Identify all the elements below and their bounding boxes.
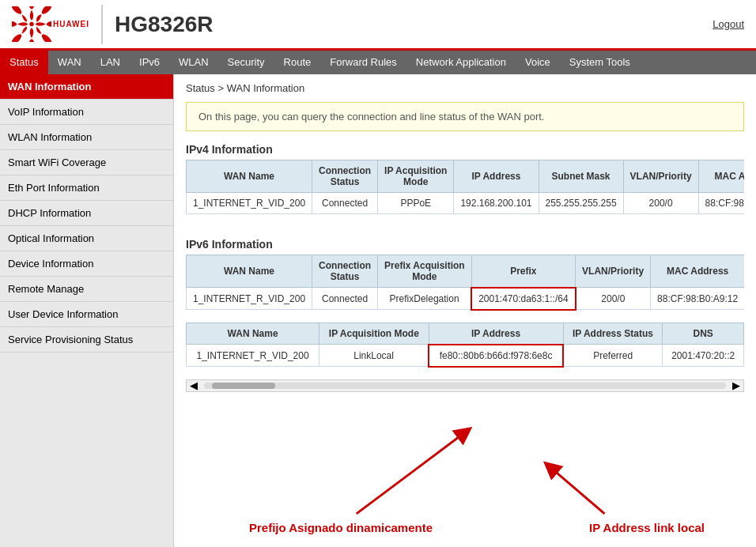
ipv4-cell-ip: 192.168.200.101 [454, 193, 539, 214]
ipv6-col2-dns: DNS [663, 323, 744, 345]
ipv6-section-title: IPv6 Information [186, 238, 744, 251]
ipv6-cell2-ip-status: Preferred [563, 345, 663, 367]
ipv6-col2-ip-mode: IP Acquisition Mode [319, 323, 429, 345]
svg-point-0 [28, 6, 34, 9]
ipv4-table-wrapper: WAN Name ConnectionStatus IP Acquisition… [186, 160, 744, 226]
ipv6-col1-conn-status: ConnectionStatus [312, 255, 378, 288]
scroll-left-arrow[interactable]: ◀ [187, 379, 201, 391]
scroll-right-arrow[interactable]: ▶ [729, 379, 743, 391]
ipv6-cell2-dns: 2001:470:20::2 [663, 345, 744, 367]
nav-item-system-tools[interactable]: System Tools [560, 51, 640, 74]
ipv6-col1-prefix: Prefix [471, 255, 575, 288]
ipv6-row1-1: 1_INTERNET_R_VID_200 Connected PrefixDel… [187, 288, 745, 310]
scrollbar-track [204, 383, 726, 389]
main-layout: WAN Information VoIP Information WLAN In… [0, 74, 756, 547]
sidebar-item-device-info[interactable]: Device Information [0, 251, 173, 277]
header: HUAWEI HG8326R Logout [0, 0, 756, 51]
ipv6-row2-1: 1_INTERNET_R_VID_200 LinkLocal fe80::80b… [187, 345, 744, 367]
svg-point-4 [28, 39, 34, 42]
nav-item-wlan[interactable]: WLAN [169, 51, 218, 74]
ipv6-col1-vlan: VLAN/Priority [576, 255, 651, 288]
nav-item-lan[interactable]: LAN [91, 51, 130, 74]
ipv6-col1-prefix-mode: Prefix AcquisitionMode [378, 255, 472, 288]
svg-line-10 [550, 467, 605, 514]
ipv4-row-1: 1_INTERNET_R_VID_200 Connected PPPoE 192… [187, 193, 745, 214]
ipv6-col2-wan-name: WAN Name [187, 323, 319, 345]
svg-point-8 [29, 22, 33, 26]
ipv6-cell2-ip-mode: LinkLocal [319, 345, 429, 367]
sidebar-item-eth-port[interactable]: Eth Port Information [0, 175, 173, 201]
ipv6-col2-ip-status: IP Address Status [563, 323, 663, 345]
ipv6-cell1-vlan: 200/0 [576, 288, 651, 310]
ipv4-cell-vlan: 200/0 [623, 193, 698, 214]
sidebar-item-user-device[interactable]: User Device Information [0, 302, 173, 327]
nav-bar: Status WAN LAN IPv6 WLAN Security Route … [0, 51, 756, 74]
svg-point-1 [40, 6, 51, 16]
ipv6-cell2-wan-name: 1_INTERNET_R_VID_200 [187, 345, 319, 367]
ipv6-col1-mac: MAC Address [651, 255, 744, 288]
nav-item-forward-rules[interactable]: Forward Rules [320, 51, 406, 74]
scrollbar-thumb [212, 383, 275, 389]
logout-area: Logout [713, 18, 756, 30]
sidebar-item-remote-manage[interactable]: Remote Manage [0, 277, 173, 302]
svg-line-9 [357, 432, 465, 513]
sidebar-item-dhcp-info[interactable]: DHCP Information [0, 201, 173, 226]
sidebar-item-service-prov[interactable]: Service Provisioning Status [0, 327, 173, 353]
annotation-container: Prefijo Asignado dinamicamente IP Addres… [186, 400, 744, 542]
logo-area: HUAWEI HG8326R [0, 5, 225, 44]
sidebar-item-voip-info[interactable]: VoIP Information [0, 100, 173, 125]
svg-point-7 [12, 6, 23, 16]
ipv4-col-conn-status: ConnectionStatus [312, 160, 378, 193]
ipv4-section-title: IPv4 Information [186, 143, 744, 156]
ipv4-col-wan-name: WAN Name [187, 160, 312, 193]
ipv6-cell1-status: Connected [312, 288, 378, 310]
svg-point-2 [47, 21, 51, 27]
nav-item-voice[interactable]: Voice [516, 51, 560, 74]
svg-point-6 [12, 21, 17, 27]
annotation-left-text: Prefijo Asignado dinamicamente [249, 521, 433, 534]
ipv4-cell-subnet: 255.255.255.255 [539, 193, 623, 214]
svg-point-5 [12, 32, 23, 42]
logo-divider [101, 5, 103, 44]
nav-item-wan[interactable]: WAN [48, 51, 91, 74]
ipv6-table1: WAN Name ConnectionStatus Prefix Acquisi… [186, 255, 744, 311]
sidebar-item-wan-info[interactable]: WAN Information [0, 74, 173, 100]
ipv4-cell-mode: PPPoE [378, 193, 454, 214]
ipv6-table2-wrapper: WAN Name IP Acquisition Mode IP Address … [186, 323, 744, 379]
ipv6-table1-wrapper: WAN Name ConnectionStatus Prefix Acquisi… [186, 255, 744, 323]
info-banner: On this page, you can query the connecti… [186, 102, 744, 131]
content-area: Status > WAN Information On this page, y… [174, 74, 756, 547]
sidebar-item-wlan-info[interactable]: WLAN Information [0, 125, 173, 150]
logout-button[interactable]: Logout [713, 18, 744, 30]
sidebar-item-optical-info[interactable]: Optical Information [0, 226, 173, 251]
ipv6-table2: WAN Name IP Acquisition Mode IP Address … [186, 323, 744, 368]
ipv4-cell-mac: 88:CF:98:B0:A9:12 [698, 193, 744, 214]
svg-point-3 [40, 32, 51, 42]
ipv4-col-subnet: Subnet Mask [539, 160, 623, 193]
sidebar: WAN Information VoIP Information WLAN In… [0, 74, 174, 547]
nav-item-network-app[interactable]: Network Application [406, 51, 516, 74]
ipv6-cell1-prefix-mode: PrefixDelegation [378, 288, 472, 310]
ipv6-col2-ip-addr: IP Address [429, 323, 563, 345]
ipv4-cell-wan-name: 1_INTERNET_R_VID_200 [187, 193, 312, 214]
ipv4-cell-status: Connected [312, 193, 378, 214]
ipv4-table: WAN Name ConnectionStatus IP Acquisition… [186, 160, 744, 214]
ipv4-col-vlan: VLAN/Priority [623, 160, 698, 193]
ipv6-cell1-mac: 88:CF:98:B0:A9:12 [651, 288, 744, 310]
ipv4-col-mac: MAC Address [698, 160, 744, 193]
nav-item-security[interactable]: Security [218, 51, 274, 74]
nav-item-route[interactable]: Route [274, 51, 321, 74]
annotation-right-text: IP Address link local [589, 521, 705, 534]
ipv4-col-ip-addr: IP Address [454, 160, 539, 193]
sidebar-item-smart-wifi[interactable]: Smart WiFi Coverage [0, 150, 173, 175]
ipv4-col-ip-mode: IP AcquisitionMode [378, 160, 454, 193]
nav-item-status[interactable]: Status [0, 51, 48, 74]
nav-item-ipv6[interactable]: IPv6 [130, 51, 169, 74]
device-name: HG8326R [115, 12, 214, 37]
breadcrumb: Status > WAN Information [186, 82, 744, 94]
horizontal-scrollbar[interactable]: ◀ ▶ [186, 379, 744, 392]
ipv6-cell2-ip-addr: fe80::80b6:b66d:f978:6e8c [429, 345, 563, 367]
ipv6-col1-wan-name: WAN Name [187, 255, 312, 288]
huawei-logo [12, 6, 51, 42]
ipv6-cell1-wan-name: 1_INTERNET_R_VID_200 [187, 288, 312, 310]
